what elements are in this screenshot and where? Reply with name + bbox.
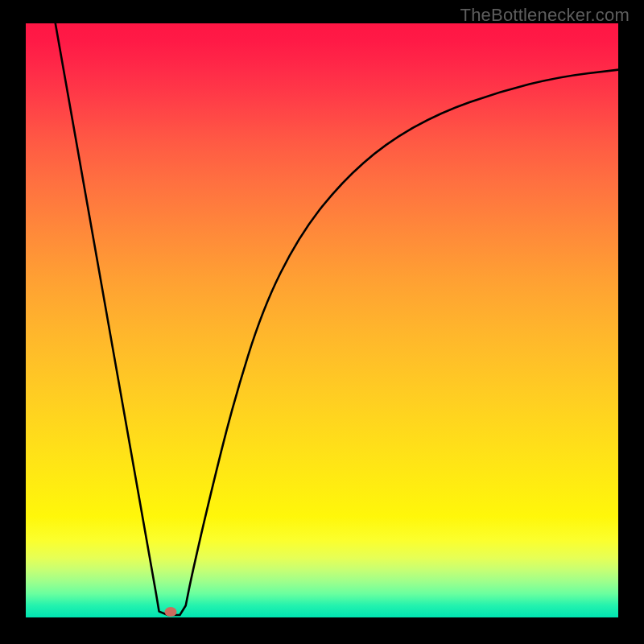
optimal-point-marker	[165, 607, 177, 617]
bottleneck-curve	[26, 23, 618, 617]
watermark-text: TheBottlenecker.com	[460, 5, 630, 26]
plot-area	[26, 23, 618, 617]
